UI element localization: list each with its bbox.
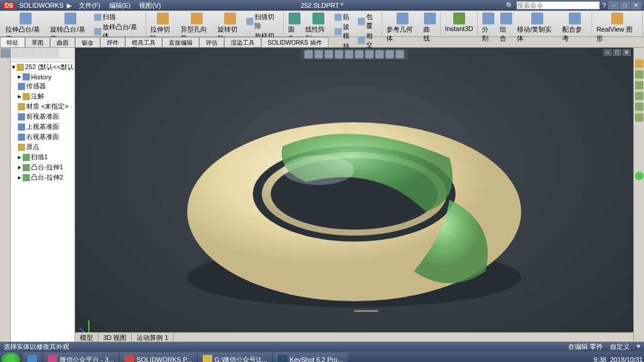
right-taskpane: [633, 48, 644, 342]
left-sidebar: [0, 48, 11, 342]
btm-tab-3dview[interactable]: 3D 视图: [98, 333, 132, 342]
hide-show-icon[interactable]: [366, 50, 374, 58]
ref-geometry-button[interactable]: 参考几何体: [384, 12, 421, 44]
move-copy-button[interactable]: 移动/复制实体: [515, 12, 559, 44]
tab-direct-edit[interactable]: 直接编辑: [162, 37, 199, 47]
tree-tab-display[interactable]: [47, 48, 58, 57]
search-input[interactable]: [516, 1, 600, 10]
viewport-min-button[interactable]: –: [603, 49, 612, 56]
zoom-fit-icon[interactable]: [305, 50, 313, 58]
tab-features[interactable]: 特征: [0, 37, 25, 47]
tree-root[interactable]: ▾252 (默认<<默认>_显示状态 1>: [11, 62, 75, 72]
status-message: 选择实体以修改其外观: [4, 342, 69, 351]
maximize-button[interactable]: □: [620, 1, 630, 10]
tab-render[interactable]: 渲染工具: [224, 37, 261, 47]
3d-viewport[interactable]: – □ ✕: [75, 48, 633, 342]
display-style-icon[interactable]: [355, 50, 364, 58]
menu-file[interactable]: 文件(F): [75, 1, 104, 11]
status-edit-mode: 在编辑 零件: [568, 342, 603, 351]
search-icon: 🔍: [506, 2, 514, 10]
start-button[interactable]: [1, 352, 20, 362]
instant3d-button[interactable]: Instant3D: [442, 12, 475, 33]
menu-view[interactable]: 视图(V): [135, 1, 165, 11]
forum-icon[interactable]: [635, 172, 643, 180]
app-logo: DS: [2, 2, 16, 10]
tab-sketch[interactable]: 草图: [25, 37, 50, 47]
viewport-max-button[interactable]: □: [613, 49, 621, 56]
tree-sweep1[interactable]: ▸扫描1: [17, 152, 75, 162]
tree-tab-property[interactable]: [23, 48, 35, 57]
document-title: 252.SLDPRT *: [301, 2, 343, 9]
task-item[interactable]: SOLIDWORKS P...: [120, 352, 197, 362]
btm-tab-motion[interactable]: 运动算例 1: [132, 333, 174, 342]
status-custom[interactable]: 自定义: [610, 342, 630, 351]
custom-props-icon[interactable]: [635, 113, 643, 122]
mate-ref-button[interactable]: 配合参考: [560, 12, 590, 44]
app-name: SOLIDWORKS: [19, 2, 64, 9]
tab-surfaces[interactable]: 曲面: [50, 37, 75, 47]
realview-button[interactable]: RealView 图形: [594, 12, 640, 44]
section-view-icon[interactable]: [335, 50, 343, 58]
view-palette-icon[interactable]: [635, 92, 643, 100]
tree-extrude2[interactable]: ▸凸台-拉伸2: [17, 172, 75, 182]
wrap-button[interactable]: 包覆: [357, 12, 380, 31]
task-item[interactable]: 微信公众平台 - 3...: [43, 352, 119, 362]
tree-sensors[interactable]: 传感器: [17, 81, 75, 91]
tab-evaluate[interactable]: 评估: [199, 37, 224, 47]
task-item[interactable]: G:\微信公众号\1...: [198, 352, 272, 362]
menu-bar: 文件(F) 编辑(E) 视图(V): [75, 1, 164, 11]
tab-sheetmetal[interactable]: 钣金: [75, 37, 100, 47]
tree-material[interactable]: 材质 <未指定>: [17, 101, 75, 112]
prev-view-icon[interactable]: [325, 50, 333, 58]
tab-weldments[interactable]: 焊件: [100, 37, 125, 47]
sweep-button[interactable]: 扫描: [93, 12, 144, 22]
tray-time: 9:38: [594, 356, 606, 362]
task-item[interactable]: [23, 352, 42, 362]
arrow-icon[interactable]: [1, 48, 10, 58]
tree-extrude1[interactable]: ▸凸台-拉伸1: [17, 162, 75, 172]
minimize-button[interactable]: –: [608, 1, 619, 10]
rib-button[interactable]: 筋: [333, 12, 357, 22]
view-orient-icon[interactable]: [345, 50, 354, 58]
windows-taskbar: 微信公众平台 - 3... SOLIDWORKS P... G:\微信公众号\1…: [0, 351, 644, 362]
tree-history[interactable]: ▸History: [17, 72, 75, 81]
tab-addins[interactable]: SOLIDWORKS 插件: [261, 37, 329, 47]
edit-appearance-icon[interactable]: [376, 50, 384, 58]
tab-mold-tools[interactable]: 模具工具: [125, 37, 162, 47]
menu-edit[interactable]: 编辑(E): [106, 1, 135, 11]
apply-scene-icon[interactable]: [386, 50, 394, 58]
ribbon-toolbar: 拉伸凸台/基体 旋转凸台/基体 扫描 放样凸台/基体 边界凸台/基体 拉伸切除 …: [0, 11, 644, 37]
title-bar: DS SOLIDWORKS ▶ 文件(F) 编辑(E) 视图(V) 252.SL…: [0, 0, 644, 11]
tree-tab-feature[interactable]: [11, 48, 23, 57]
help-icon[interactable]: ?: [602, 2, 606, 9]
zoom-area-icon[interactable]: [315, 50, 323, 58]
draft-button[interactable]: 拔模: [333, 22, 357, 41]
sweep-cut-button[interactable]: 扫描切除: [245, 12, 281, 31]
view-toolbar: [301, 49, 408, 60]
model-render[interactable]: [163, 92, 545, 320]
curves-button[interactable]: 曲线: [421, 12, 438, 44]
task-item[interactable]: KeyShot 6.2 Pro...: [273, 352, 348, 362]
view-splitter[interactable]: [354, 310, 378, 312]
view-settings-icon[interactable]: [396, 50, 404, 58]
appearances-icon[interactable]: [635, 103, 643, 111]
design-library-icon[interactable]: [635, 70, 643, 79]
status-unit-dropdown[interactable]: ▾: [637, 342, 640, 351]
viewport-close-button[interactable]: ✕: [623, 49, 631, 56]
feature-tree-panel: ▾252 (默认<<默认>_显示状态 1> ▸History 传感器 ▸注解 材…: [11, 48, 75, 342]
tree-origin[interactable]: 原点: [17, 142, 75, 152]
tree-right-plane[interactable]: 右视基准面: [17, 132, 75, 142]
svg-point-5: [283, 155, 354, 185]
tree-top-plane[interactable]: 上视基准面: [17, 122, 75, 132]
tray-date: 2018/10/31: [610, 356, 643, 362]
tree-front-plane[interactable]: 前视基准面: [17, 112, 75, 122]
system-tray[interactable]: 9:38 2018/10/31: [594, 356, 643, 362]
combine-button[interactable]: 组合: [497, 12, 515, 44]
resources-icon[interactable]: [635, 60, 643, 68]
file-explorer-icon[interactable]: [635, 81, 643, 89]
btm-tab-model[interactable]: 模型: [75, 333, 98, 342]
tree-tab-config[interactable]: [35, 48, 47, 57]
tree-annotations[interactable]: ▸注解: [17, 91, 75, 101]
split-button[interactable]: 分割: [479, 12, 497, 44]
close-button[interactable]: ✕: [631, 1, 642, 10]
